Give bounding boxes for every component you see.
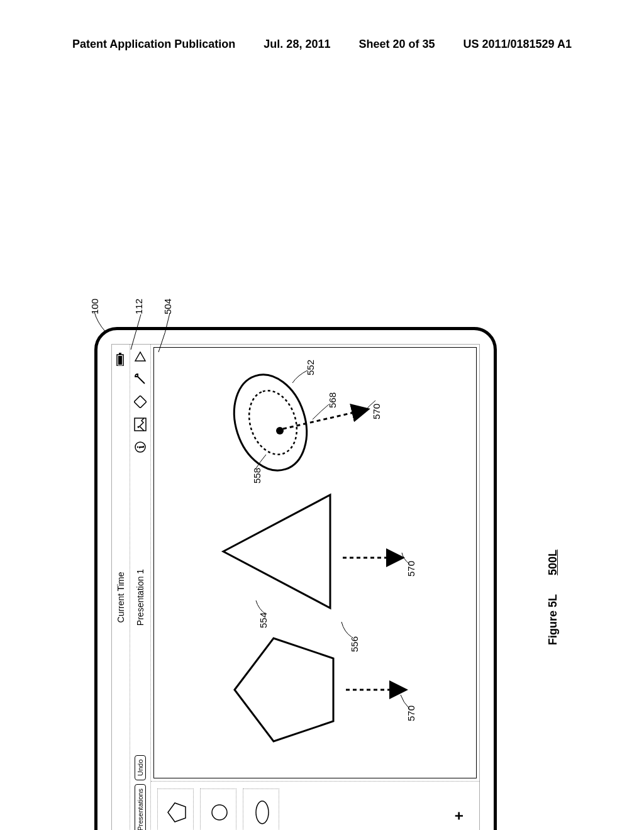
toolbar: My Presentations Undo Presentation 1: [130, 345, 151, 830]
leader-504: [157, 312, 172, 353]
slide-panel: 1 2 3 +: [151, 781, 479, 830]
pub-label: Patent Application Publication: [72, 38, 235, 51]
sheet-num: Sheet 20 of 35: [358, 38, 435, 51]
leader-558: [255, 453, 269, 470]
device-screen: Current Time My Presentations Undo Prese…: [111, 344, 480, 830]
svg-rect-1: [119, 353, 121, 355]
leader-100: [93, 311, 109, 333]
svg-point-10: [256, 801, 269, 824]
pub-number: US 2011/0181529 A1: [464, 38, 572, 51]
figure-caption: Figure 5L 500L: [547, 550, 560, 645]
battery-icon: [116, 352, 126, 366]
touch-contact-dot: [274, 425, 286, 436]
figure-container: Current Time My Presentations Undo Prese…: [94, 107, 535, 648]
leader-568: [311, 403, 330, 421]
svg-rect-7: [134, 396, 147, 408]
shape-icon[interactable]: [133, 395, 147, 409]
gesture-arrow-2: [340, 542, 409, 573]
info-icon[interactable]: [133, 440, 147, 454]
add-slide-button[interactable]: +: [445, 785, 473, 830]
triangle-shape[interactable]: [217, 489, 336, 614]
ref-558: 558: [252, 468, 262, 484]
leader-112: [130, 313, 143, 351]
image-icon[interactable]: [133, 418, 147, 431]
leader-552: [291, 368, 310, 384]
leader-554: [255, 599, 271, 616]
figure-label: Figure 5L: [547, 594, 560, 645]
svg-point-18: [276, 427, 284, 434]
leader-570c: [363, 399, 377, 413]
leader-570b: [401, 551, 412, 565]
undo-button[interactable]: Undo: [135, 755, 146, 780]
svg-marker-8: [168, 803, 186, 822]
svg-rect-5: [135, 418, 146, 431]
svg-point-9: [212, 805, 227, 820]
pub-date: Jul. 28, 2011: [264, 38, 330, 51]
svg-point-4: [137, 446, 138, 448]
presentation-title: Presentation 1: [135, 569, 145, 626]
slide-thumb-3[interactable]: 3: [243, 785, 279, 830]
status-bar: Current Time: [112, 345, 130, 830]
editor-canvas[interactable]: 556 554 558 552 568 570 570 570: [153, 347, 477, 778]
status-time: Current Time: [116, 572, 126, 623]
slide-thumb-1[interactable]: 1: [157, 785, 194, 830]
my-presentations-button[interactable]: My Presentations: [135, 784, 146, 830]
leader-556: [340, 619, 354, 638]
leader-570a: [399, 694, 412, 710]
ref-112: 112: [133, 299, 144, 314]
slide-thumb-2[interactable]: 2: [200, 785, 236, 830]
play-icon[interactable]: [133, 350, 147, 363]
pentagon-shape[interactable]: [230, 633, 340, 746]
svg-marker-12: [223, 495, 330, 608]
tools-icon[interactable]: [133, 372, 147, 386]
figure-id: 500L: [547, 550, 560, 575]
page-header: Patent Application Publication Jul. 28, …: [72, 38, 572, 51]
svg-marker-11: [235, 638, 333, 741]
device-frame: Current Time My Presentations Undo Prese…: [94, 327, 497, 830]
ref-556: 556: [349, 636, 360, 652]
svg-rect-2: [118, 356, 122, 365]
